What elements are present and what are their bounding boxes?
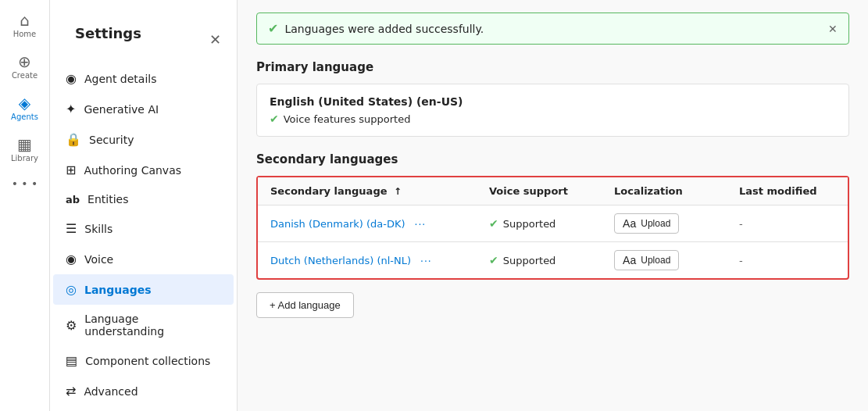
- more-icon: • • •: [12, 178, 38, 189]
- sidebar: Settings ✕ ◉ Agent details ✦ Generative …: [50, 0, 238, 411]
- voice-supported-icon-dutch: ✔: [489, 254, 498, 266]
- success-banner-message-area: ✔ Languages were added successfully.: [268, 21, 484, 36]
- library-icon: ▦: [17, 137, 32, 152]
- voice-support-cell-dutch: ✔ Supported: [489, 254, 614, 266]
- success-message: Languages were added successfully.: [284, 23, 484, 35]
- add-language-button[interactable]: + Add language: [256, 292, 354, 318]
- content-area: ✔ Languages were added successfully. ✕ P…: [238, 0, 868, 331]
- upload-label-danish: Upload: [641, 218, 670, 229]
- voice-support-text-dutch: Supported: [503, 255, 556, 266]
- col-header-last-modified: Last modified: [739, 185, 835, 197]
- nav-item-home[interactable]: ⌂ Home: [3, 6, 47, 45]
- languages-icon: ◎: [66, 282, 77, 297]
- nav-item-create[interactable]: ⊕ Create: [3, 48, 47, 86]
- primary-language-header: Primary language: [256, 60, 849, 74]
- generative-ai-icon: ✦: [66, 102, 76, 116]
- secondary-languages-header: Secondary languages: [256, 152, 849, 166]
- nav-item-library-label: Library: [11, 154, 38, 163]
- language-cell-dutch: Dutch (Netherlands) (nl-NL) ···: [270, 254, 489, 266]
- language-understanding-icon: ⚙: [66, 318, 77, 333]
- upload-icon-danish: Аа: [623, 217, 636, 230]
- primary-language-name: English (United States) (en-US): [270, 95, 836, 108]
- nav-item-library[interactable]: ▦ Library: [3, 130, 47, 169]
- nav-item-more[interactable]: • • •: [3, 172, 47, 195]
- table-row: Dutch (Netherlands) (nl-NL) ··· ✔ Suppor…: [258, 242, 848, 278]
- sidebar-item-voice[interactable]: ◉ Voice: [53, 244, 234, 274]
- sidebar-item-language-understanding-label: Language understanding: [84, 313, 221, 338]
- sidebar-item-voice-label: Voice: [84, 253, 113, 266]
- col-header-voice-support: Voice support: [489, 185, 614, 197]
- sidebar-item-skills[interactable]: ☰ Skills: [53, 213, 234, 244]
- success-icon: ✔: [268, 21, 278, 36]
- sidebar-title: Settings: [63, 25, 154, 54]
- sidebar-item-component-collections[interactable]: ▤ Component collections: [53, 345, 234, 376]
- sidebar-item-advanced[interactable]: ⇄ Advanced: [53, 376, 234, 406]
- add-language-label: + Add language: [270, 299, 341, 311]
- table-header-row: Secondary language ↑ Voice support Local…: [258, 177, 848, 206]
- voice-supported-text: Voice features supported: [284, 113, 411, 125]
- nav-rail: ⌂ Home ⊕ Create ◈ Agents ▦ Library • • •: [0, 0, 50, 411]
- sidebar-item-security-label: Security: [89, 134, 134, 146]
- sidebar-item-language-understanding[interactable]: ⚙ Language understanding: [53, 305, 234, 345]
- sidebar-item-component-collections-label: Component collections: [85, 355, 210, 367]
- create-icon: ⊕: [18, 54, 31, 70]
- language-cell-danish: Danish (Denmark) (da-DK) ···: [270, 217, 489, 230]
- sidebar-item-advanced-label: Advanced: [84, 385, 138, 398]
- sidebar-item-entities-label: Entities: [88, 193, 128, 206]
- localization-cell-danish: Аа Upload: [614, 213, 739, 234]
- secondary-languages-table: Secondary language ↑ Voice support Local…: [256, 176, 849, 280]
- component-collections-icon: ▤: [66, 353, 77, 368]
- last-modified-cell-dutch: -: [739, 255, 835, 266]
- nav-item-create-label: Create: [12, 71, 38, 80]
- upload-button-dutch[interactable]: Аа Upload: [614, 250, 679, 270]
- agents-icon: ◈: [19, 95, 30, 111]
- voice-supported-icon-danish: ✔: [489, 217, 498, 230]
- nav-item-agents[interactable]: ◈ Agents: [3, 89, 47, 127]
- agent-details-icon: ◉: [66, 71, 77, 86]
- skills-icon: ☰: [66, 221, 77, 236]
- nav-item-home-label: Home: [13, 30, 37, 38]
- table-row: Danish (Denmark) (da-DK) ··· ✔ Supported…: [258, 206, 848, 242]
- advanced-icon: ⇄: [66, 384, 76, 398]
- localization-cell-dutch: Аа Upload: [614, 250, 739, 270]
- sidebar-item-entities[interactable]: ab Entities: [53, 185, 234, 213]
- sidebar-item-agent-details[interactable]: ◉ Agent details: [53, 63, 234, 94]
- voice-check-icon: ✔: [270, 113, 279, 125]
- upload-button-danish[interactable]: Аа Upload: [614, 213, 679, 234]
- main-content: ✔ Languages were added successfully. ✕ P…: [238, 0, 868, 411]
- col-header-language: Secondary language ↑: [270, 185, 489, 197]
- sidebar-item-languages[interactable]: ◎ Languages: [53, 274, 234, 305]
- last-modified-cell-danish: -: [739, 218, 835, 230]
- dialog-close-button[interactable]: ✕: [206, 28, 224, 52]
- sidebar-item-authoring-canvas[interactable]: ⊞ Authoring Canvas: [53, 155, 234, 185]
- sidebar-item-authoring-canvas-label: Authoring Canvas: [84, 164, 181, 177]
- sidebar-item-agent-details-label: Agent details: [84, 73, 157, 85]
- voice-support-text-danish: Supported: [503, 218, 556, 230]
- security-icon: 🔒: [66, 132, 81, 147]
- language-name-danish: Danish (Denmark) (da-DK): [270, 218, 405, 230]
- sidebar-item-generative-ai[interactable]: ✦ Generative AI: [53, 94, 234, 124]
- upload-icon-dutch: Аа: [623, 254, 636, 266]
- more-options-button-danish[interactable]: ···: [415, 217, 427, 230]
- upload-label-dutch: Upload: [641, 255, 670, 266]
- banner-close-button[interactable]: ✕: [828, 23, 838, 35]
- col-header-localization: Localization: [614, 185, 739, 197]
- sidebar-item-generative-ai-label: Generative AI: [84, 103, 159, 116]
- entities-icon: ab: [66, 194, 80, 206]
- nav-item-agents-label: Agents: [11, 113, 38, 121]
- voice-support-cell-danish: ✔ Supported: [489, 217, 614, 230]
- sort-asc-icon: ↑: [394, 186, 402, 197]
- success-banner: ✔ Languages were added successfully. ✕: [256, 13, 849, 45]
- sidebar-item-languages-label: Languages: [84, 284, 152, 296]
- language-name-dutch: Dutch (Netherlands) (nl-NL): [270, 255, 411, 266]
- sidebar-item-skills-label: Skills: [84, 223, 113, 235]
- voice-icon: ◉: [66, 252, 77, 266]
- authoring-canvas-icon: ⊞: [66, 163, 76, 177]
- home-icon: ⌂: [20, 13, 30, 28]
- more-options-button-dutch[interactable]: ···: [420, 254, 432, 266]
- voice-supported-label: ✔ Voice features supported: [270, 113, 836, 125]
- primary-language-card: English (United States) (en-US) ✔ Voice …: [256, 84, 849, 137]
- sidebar-item-security[interactable]: 🔒 Security: [53, 124, 234, 155]
